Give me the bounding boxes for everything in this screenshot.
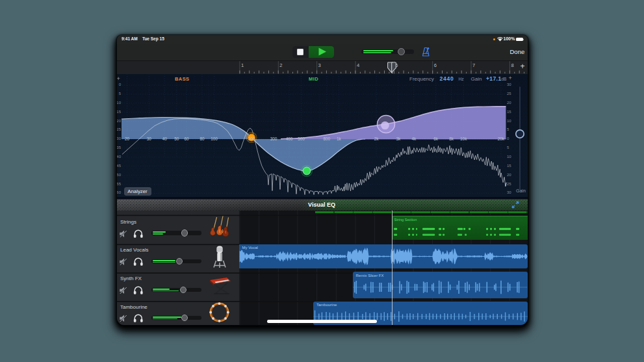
svg-text:2: 2 (279, 62, 282, 68)
svg-text:7: 7 (472, 62, 475, 68)
svg-text:3: 3 (318, 62, 321, 68)
svg-text:6: 6 (434, 62, 437, 68)
svg-text:8: 8 (511, 62, 513, 68)
svg-text:1: 1 (241, 62, 244, 68)
svg-text:4: 4 (357, 62, 359, 68)
